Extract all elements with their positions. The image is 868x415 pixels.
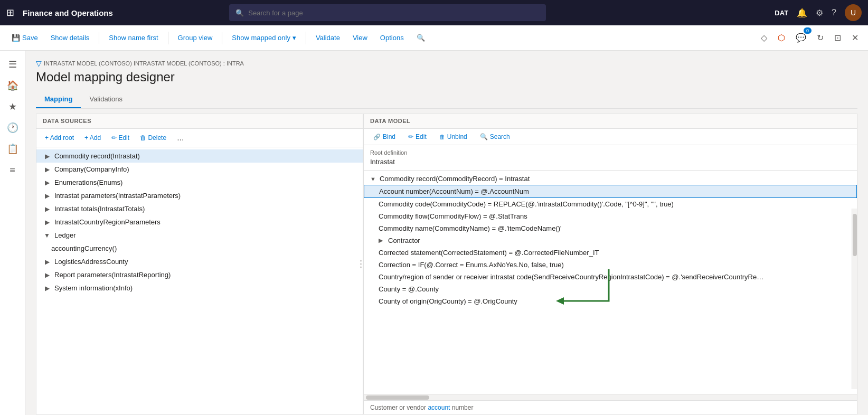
breadcrumb-text: INTRASTAT MODEL (CONTOSO) INTRASTAT MODE… bbox=[44, 60, 244, 67]
notification-icon[interactable]: 🔔 bbox=[797, 8, 807, 18]
nav-menu-icon[interactable]: ☰ bbox=[3, 55, 22, 74]
add-button[interactable]: + Add bbox=[80, 132, 105, 144]
show-details-button[interactable]: Show details bbox=[45, 31, 95, 45]
tree-item-label-5: IntrastatCountryRegionParameters bbox=[54, 218, 161, 226]
office-icon[interactable]: ⬡ bbox=[775, 30, 788, 46]
options-button[interactable]: Options bbox=[375, 31, 409, 45]
nav-modules-icon[interactable]: ≡ bbox=[3, 161, 22, 180]
model-item-label-3: Commodity flow(CommodityFlow) = @.StatTr… bbox=[379, 212, 527, 220]
model-item-label-7: Correction = IF(@.Correct = Enums.AxNoYe… bbox=[379, 261, 564, 269]
model-item-county-of-origin[interactable]: County of origin(OrigCounty) = @.OrigCou… bbox=[364, 295, 857, 307]
model-item-label-6: Corrected statement(CorrectedStatement) … bbox=[379, 249, 599, 257]
nav-favorites-icon[interactable]: ★ bbox=[3, 97, 22, 116]
expand-icon-5: ▶ bbox=[43, 219, 51, 226]
search-model-button[interactable]: 🔍 Search bbox=[475, 131, 515, 143]
bind-icon: 🔗 bbox=[373, 134, 381, 140]
expand-icon-0: ▶ bbox=[43, 153, 51, 160]
vertical-scrollbar[interactable] bbox=[852, 209, 857, 389]
model-item-country-region[interactable]: Country/region of sender or receiver int… bbox=[364, 271, 857, 283]
validate-button[interactable]: Validate bbox=[310, 31, 345, 45]
expand-icon-model-5: ▶ bbox=[379, 237, 386, 244]
model-item-contractor[interactable]: ▶ Contractor bbox=[364, 234, 857, 247]
model-item-commodity-code[interactable]: Commodity code(CommodityCode) = REPLACE(… bbox=[364, 198, 857, 210]
model-item-label-4: Commodity name(CommodityName) = @.'itemC… bbox=[379, 224, 562, 232]
tree-item-report-params[interactable]: ▶ Report parameters(IntrastatReporting) bbox=[36, 268, 363, 281]
split-layout: DATA SOURCES + Add root + Add ✏ Edit 🗑 D… bbox=[36, 113, 857, 415]
tree-item-accounting-currency[interactable]: accountingCurrency() bbox=[36, 242, 363, 255]
search-model-icon: 🔍 bbox=[480, 133, 488, 140]
model-item-county[interactable]: County = @.County bbox=[364, 283, 857, 295]
horizontal-scrollbar[interactable] bbox=[364, 394, 857, 400]
search-input[interactable] bbox=[248, 9, 540, 17]
tree-item-ledger[interactable]: ▼ Ledger bbox=[36, 229, 363, 242]
model-item-label-10: County of origin(OrigCounty) = @.OrigCou… bbox=[379, 297, 517, 305]
bind-button[interactable]: 🔗 Bind bbox=[368, 131, 401, 143]
tree-item-system-info[interactable]: ▶ System information(xInfo) bbox=[36, 281, 363, 295]
tab-mapping[interactable]: Mapping bbox=[36, 91, 81, 108]
grid-icon[interactable]: ⊞ bbox=[6, 7, 14, 18]
tree-item-company[interactable]: ▶ Company(CompanyInfo) bbox=[36, 163, 363, 176]
expand-icon-8: ▶ bbox=[43, 258, 51, 266]
close-icon[interactable]: ✕ bbox=[848, 30, 862, 46]
model-item-label-5: Contractor bbox=[388, 237, 420, 244]
data-sources-header: DATA SOURCES bbox=[36, 114, 363, 129]
tree-item-logistics[interactable]: ▶ LogisticsAddressCounty bbox=[36, 255, 363, 268]
add-root-button[interactable]: + Add root bbox=[41, 132, 78, 144]
edit-button[interactable]: ✏ Edit bbox=[107, 132, 134, 144]
model-item-commodity-name[interactable]: Commodity name(CommodityName) = @.'itemC… bbox=[364, 222, 857, 234]
command-search-button[interactable]: 🔍 bbox=[411, 31, 430, 45]
nav-recent-icon[interactable]: 🕐 bbox=[3, 118, 22, 137]
model-item-commodity-record[interactable]: ▼ Commodity record(CommodityRecord) = In… bbox=[364, 173, 857, 185]
model-item-commodity-flow[interactable]: Commodity flow(CommodityFlow) = @.StatTr… bbox=[364, 210, 857, 222]
user-avatar[interactable]: U bbox=[845, 4, 862, 21]
model-item-label-9: County = @.County bbox=[379, 285, 439, 293]
bottom-info-bar: Customer or vendor account number bbox=[364, 400, 857, 414]
tree-item-commodity-record[interactable]: ▶ Commodity record(Intrastat) bbox=[36, 149, 363, 163]
show-mapped-only-button[interactable]: Show mapped only ▾ bbox=[227, 31, 301, 45]
delete-button[interactable]: 🗑 Delete bbox=[136, 132, 171, 144]
filter-icon[interactable]: ▽ bbox=[36, 59, 42, 68]
nav-workspaces-icon[interactable]: 📋 bbox=[3, 139, 22, 158]
refresh-icon[interactable]: ↻ bbox=[814, 30, 827, 46]
model-item-correction[interactable]: Correction = IF(@.Correct = Enums.AxNoYe… bbox=[364, 259, 857, 271]
model-item-account-number[interactable]: Account number(AccountNum) = @.AccountNu… bbox=[364, 185, 857, 198]
dropdown-chevron-icon: ▾ bbox=[293, 34, 296, 42]
data-model-header: DATA MODEL bbox=[364, 114, 857, 129]
collapse-icon-6: ▼ bbox=[43, 232, 51, 239]
account-link[interactable]: account bbox=[428, 404, 450, 411]
view-button[interactable]: View bbox=[347, 31, 373, 45]
tree-item-intrastat-params[interactable]: ▶ Intrastat parameters(IntrastatParamete… bbox=[36, 189, 363, 202]
expand-icon-1: ▶ bbox=[43, 166, 51, 173]
global-search-box[interactable]: 🔍 bbox=[229, 4, 546, 21]
unbind-button[interactable]: 🗑 Unbind bbox=[434, 131, 473, 143]
model-item-label-1: Account number(AccountNum) = @.AccountNu… bbox=[379, 187, 529, 195]
group-view-button[interactable]: Group view bbox=[173, 31, 218, 45]
edit-model-button[interactable]: ✏ Edit bbox=[403, 131, 432, 143]
more-button[interactable]: ... bbox=[173, 131, 188, 145]
diamond-icon[interactable]: ◇ bbox=[758, 30, 770, 46]
help-icon[interactable]: ? bbox=[832, 8, 836, 17]
notifications-badge-icon[interactable]: 💬 0 bbox=[792, 30, 809, 46]
save-button[interactable]: 💾 Save bbox=[6, 31, 43, 45]
resize-handle[interactable] bbox=[360, 260, 362, 268]
tree-item-enumerations[interactable]: ▶ Enumerations(Enums) bbox=[36, 176, 363, 189]
tree-item-intrastat-totals[interactable]: ▶ Intrastat totals(IntrastatTotals) bbox=[36, 202, 363, 215]
expand-icon-9: ▶ bbox=[43, 271, 51, 279]
v-scrollbar-thumb bbox=[853, 214, 857, 256]
bottom-bar-text: Customer or vendor account number bbox=[370, 404, 473, 411]
environment-label: DAT bbox=[775, 9, 788, 17]
show-name-first-button[interactable]: Show name first bbox=[103, 31, 163, 45]
model-item-label-0: Commodity record(CommodityRecord) = Intr… bbox=[380, 175, 530, 183]
expand-icon-4: ▶ bbox=[43, 205, 51, 213]
edit-icon: ✏ bbox=[408, 133, 413, 140]
model-item-corrected-statement[interactable]: Corrected statement(CorrectedStatement) … bbox=[364, 247, 857, 259]
settings-icon[interactable]: ⚙ bbox=[816, 8, 823, 18]
nav-home-icon[interactable]: 🏠 bbox=[3, 76, 22, 95]
root-def-label: Root definition bbox=[370, 149, 851, 156]
model-item-label-8: Country/region of sender or receiver int… bbox=[379, 273, 763, 281]
tree-item-country-region[interactable]: ▶ IntrastatCountryRegionParameters bbox=[36, 215, 363, 229]
open-in-new-icon[interactable]: ⊡ bbox=[831, 30, 844, 46]
tab-validations[interactable]: Validations bbox=[81, 91, 131, 108]
root-definition: Root definition Intrastat bbox=[364, 145, 857, 171]
collapse-icon-model-0: ▼ bbox=[370, 176, 378, 182]
